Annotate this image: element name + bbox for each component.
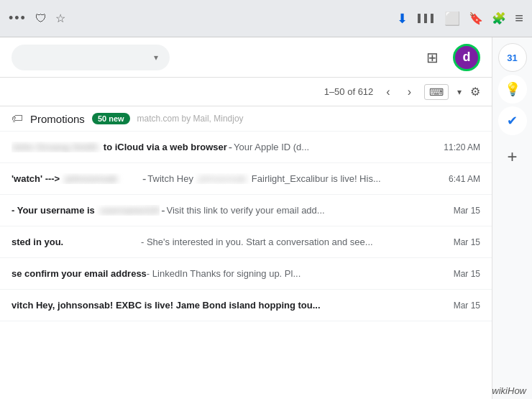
browser-menu-dots[interactable]: ••• — [9, 11, 27, 26]
email-sender: 'watch' ---> johnsonsab — [12, 173, 141, 184]
add-apps-button[interactable]: + — [500, 144, 526, 170]
pocket-icon[interactable]: 🛡 — [35, 12, 47, 25]
email-sender: vitch Hey, johnsonsab! EXBC is live! Jam… — [12, 300, 437, 311]
email-time: Mar 15 — [437, 206, 480, 216]
shelf-icon[interactable]: ⫿⫿⫿ — [416, 11, 436, 26]
email-preview: Your Apple ID (d... — [234, 142, 437, 152]
wikihow-watermark: wikiHow — [492, 385, 526, 396]
promotions-label: Promotions — [30, 113, 85, 125]
keep-icon[interactable]: 💡 — [498, 75, 527, 104]
email-sender: John Groang Smith to iCloud via a web br… — [12, 142, 227, 152]
extension-icon[interactable]: 🧩 — [492, 12, 506, 25]
email-row[interactable]: sted in you. - She's interested in you. … — [0, 226, 492, 258]
calendar-icon[interactable]: 31 — [498, 43, 527, 72]
pagination-text: 1–50 of 612 — [324, 86, 374, 97]
email-preview: - LinkedIn Thanks for signing up. Pl... — [147, 268, 437, 279]
toolbar-row: 1–50 of 612 ‹ › ⌨ ▾ ⚙ — [0, 78, 492, 106]
star-icon[interactable]: ☆ — [55, 12, 65, 25]
email-sender: sted in you. — [12, 237, 141, 247]
new-count-badge: 50 new — [92, 113, 130, 124]
email-preview: Visit this link to verify your email add… — [167, 205, 437, 216]
email-row[interactable]: - Your username is username123 - Visit t… — [0, 195, 492, 226]
tabs-icon[interactable]: ⬜ — [444, 11, 460, 27]
download-icon[interactable]: ⬇ — [397, 11, 408, 27]
promotions-sub-label: match.com by Mail, Mindjoy — [137, 114, 244, 124]
next-page-button[interactable]: › — [403, 84, 416, 100]
prev-page-button[interactable]: ‹ — [382, 84, 394, 100]
main-content: ▾ ⊞ d 1–50 of 612 ‹ › ⌨ ▾ ⚙ 🏷 — [0, 37, 492, 399]
tasks-icon[interactable]: ✔ — [498, 106, 527, 135]
browser-hamburger-icon[interactable]: ≡ — [515, 10, 523, 27]
email-sender: - Your username is username123 — [12, 205, 160, 216]
right-sidebar: 31 💡 ✔ + — [492, 37, 532, 399]
email-preview: Twitch Hey johnsonsab Fairlight_Excalibu… — [147, 173, 437, 184]
blurred-sender: John Groang Smith — [12, 142, 98, 152]
promotions-tag-icon: 🏷 — [12, 112, 23, 125]
browser-chrome: ••• 🛡 ☆ ⬇ ⫿⫿⫿ ⬜ 🔖 🧩 ≡ — [0, 0, 532, 37]
email-row[interactable]: 'watch' ---> johnsonsab - Twitch Hey joh… — [0, 163, 492, 195]
user-avatar[interactable]: d — [453, 44, 480, 71]
email-time: Mar 15 — [437, 237, 480, 247]
email-row[interactable]: se confirm your email address - LinkedIn… — [0, 258, 492, 290]
email-list: 🏷 Promotions 50 new match.com by Mail, M… — [0, 106, 492, 399]
dropdown-arrow-icon[interactable]: ▾ — [457, 87, 462, 97]
email-sender: se confirm your email address — [12, 268, 147, 279]
settings-gear-icon[interactable]: ⚙ — [470, 85, 480, 98]
email-time: 6:41 AM — [437, 174, 480, 184]
blurred-sender: johnsonsab — [65, 173, 117, 184]
search-box[interactable]: ▾ — [12, 45, 170, 70]
email-row[interactable]: vitch Hey, johnsonsab! EXBC is live! Jam… — [0, 290, 492, 321]
email-time: 11:20 AM — [437, 142, 480, 152]
email-time: Mar 15 — [437, 269, 480, 279]
search-chevron-icon[interactable]: ▾ — [154, 52, 158, 63]
gmail-header: ▾ ⊞ d — [0, 37, 492, 78]
email-time: Mar 15 — [437, 301, 480, 311]
bookmark-icon[interactable]: 🔖 — [469, 12, 483, 25]
blurred-sender: username123 — [100, 205, 160, 216]
keyboard-icon: ⌨ — [424, 84, 449, 100]
promotions-category-row[interactable]: 🏷 Promotions 50 new match.com by Mail, M… — [0, 106, 492, 132]
google-apps-icon[interactable]: ⊞ — [426, 49, 439, 66]
app-wrapper: ▾ ⊞ d 1–50 of 612 ‹ › ⌨ ▾ ⚙ 🏷 — [0, 37, 532, 399]
email-row[interactable]: John Groang Smith to iCloud via a web br… — [0, 132, 492, 163]
email-preview: - She's interested in you. Start a conve… — [141, 237, 437, 247]
